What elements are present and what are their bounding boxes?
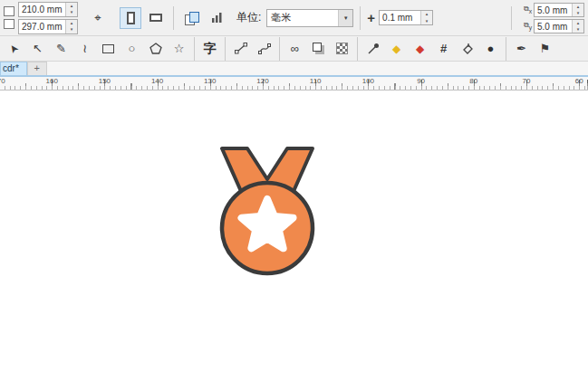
document-tab[interactable]: cdr*: [0, 62, 27, 75]
spin-up-icon[interactable]: ▴: [66, 3, 77, 10]
text-tool-icon: 字: [204, 41, 217, 57]
units-label: 单位:: [236, 10, 261, 25]
brush-tool-button[interactable]: ✎: [50, 38, 72, 60]
shape-tool-button[interactable]: ↖: [26, 38, 49, 60]
separator: [279, 37, 280, 61]
toolbox-bar: ➤ ↖ ✎ ≀ ○ ☆ 字 ∞ ◆ ◆ #: [0, 36, 588, 62]
crosshair-icon: ⌖: [94, 12, 101, 24]
page-width-spinner[interactable]: ▴▾: [65, 3, 77, 16]
duplicate-y-value[interactable]: 5.0 mm: [535, 20, 572, 33]
duplicate-y-icon: ⧉y: [517, 21, 532, 31]
ruler-label: 100: [362, 77, 374, 85]
artistic-media-tool-button[interactable]: ✒: [510, 38, 533, 60]
medal-artwork[interactable]: [207, 145, 327, 281]
text-tool-button[interactable]: 字: [198, 38, 221, 60]
spin-up-icon[interactable]: ▴: [66, 20, 77, 27]
horizontal-ruler[interactable]: 17016015014013012011010090807060: [0, 77, 588, 91]
outline-color-button[interactable]: ◆: [409, 38, 431, 60]
polygon-tool-button[interactable]: [144, 38, 167, 60]
page-height-icon: [4, 19, 14, 29]
eyedropper-icon: [367, 43, 380, 54]
page-width-icon: [4, 6, 14, 16]
ruler-label: 160: [46, 77, 58, 85]
graph-paper-icon: #: [440, 42, 447, 55]
page-size-presets-button[interactable]: ⌖: [87, 7, 109, 29]
ellipse-tool-icon: ○: [129, 43, 136, 54]
duplicate-x-spinner[interactable]: ▴▾: [572, 4, 583, 16]
separator: [357, 37, 358, 61]
separator: [225, 37, 226, 61]
duplicate-x-value[interactable]: 5.0 mm: [535, 4, 572, 16]
ruler-label: 120: [256, 77, 268, 85]
pick-tool-button[interactable]: ➤: [3, 38, 25, 60]
property-bar: 210.0 mm ▴▾ 297.0 mm ▴▾ ⌖ 单位: 毫米 ▼ + 0.1…: [0, 0, 588, 36]
current-page-icon: [211, 12, 223, 24]
spin-down-icon[interactable]: ▾: [66, 9, 77, 16]
common-shapes-tool-button[interactable]: ☆: [168, 38, 190, 60]
all-pages-button[interactable]: [180, 7, 202, 29]
nudge-offset-input[interactable]: 0.1 mm ▴▾: [379, 10, 433, 25]
duplicate-y-input[interactable]: 5.0 mm ▴▾: [534, 19, 584, 33]
ruler-label: 80: [469, 77, 477, 85]
units-dropdown[interactable]: 毫米 ▼: [266, 9, 353, 27]
ellipse-tool-button[interactable]: ○: [120, 38, 143, 60]
freehand-line-tool-button[interactable]: [229, 38, 252, 60]
document-tab-bar: cdr* +: [0, 62, 588, 77]
separator: [173, 6, 174, 30]
smart-fill-icon: ●: [487, 42, 495, 55]
drop-shadow-tool-button[interactable]: [307, 38, 330, 60]
spin-down-icon[interactable]: ▾: [573, 26, 583, 33]
transparency-tool-button[interactable]: [331, 38, 353, 60]
portrait-orientation-button[interactable]: [120, 7, 141, 29]
dropdown-arrow-icon[interactable]: ▼: [338, 10, 352, 26]
add-page-tab[interactable]: +: [27, 62, 47, 75]
ruler-label: 150: [99, 77, 111, 85]
spin-up-icon[interactable]: ▴: [421, 11, 432, 18]
bezier-tool-button[interactable]: [253, 38, 275, 60]
landscape-orientation-button[interactable]: [145, 7, 167, 29]
pick-tool-icon: ➤: [6, 41, 22, 55]
page-height-value[interactable]: 297.0 mm: [19, 20, 65, 33]
separator: [511, 6, 512, 30]
graph-paper-tool-button[interactable]: #: [432, 38, 455, 60]
fill-color-button[interactable]: ◆: [385, 38, 408, 60]
spin-down-icon[interactable]: ▾: [66, 26, 77, 33]
page-width-value[interactable]: 210.0 mm: [19, 3, 65, 16]
landscape-icon: [149, 14, 162, 22]
ruler-label: 60: [575, 77, 583, 85]
portrait-icon: [127, 12, 135, 24]
spin-down-icon[interactable]: ▾: [573, 10, 583, 16]
ruler-label: 70: [523, 77, 531, 85]
smudge-tool-icon: ≀: [82, 43, 87, 54]
drawing-canvas[interactable]: [0, 91, 588, 372]
nudge-offset-spinner[interactable]: ▴▾: [420, 11, 432, 24]
spin-up-icon[interactable]: ▴: [573, 20, 583, 26]
units-value: 毫米: [267, 11, 338, 24]
page-height-input[interactable]: 297.0 mm ▴▾: [18, 19, 78, 34]
duplicate-y-spinner[interactable]: ▴▾: [572, 20, 583, 33]
eyedropper-tool-button[interactable]: [361, 38, 384, 60]
freehand-line-icon: [235, 43, 247, 54]
separator: [360, 6, 361, 30]
smart-fill-tool-button[interactable]: ●: [479, 38, 502, 60]
rectangle-tool-button[interactable]: [97, 38, 120, 60]
flag-tool-button[interactable]: ⚑: [534, 38, 556, 60]
blend-tool-icon: ∞: [291, 43, 299, 54]
drop-shadow-icon: [313, 43, 322, 52]
duplicate-x-input[interactable]: 5.0 mm ▴▾: [534, 3, 584, 17]
transparency-icon: [336, 43, 348, 54]
separator: [194, 37, 195, 61]
page-width-input[interactable]: 210.0 mm ▴▾: [18, 2, 78, 17]
ruler-label: 90: [417, 77, 425, 85]
current-page-button[interactable]: [206, 7, 227, 29]
fill-tool-button[interactable]: [456, 38, 478, 60]
spin-down-icon[interactable]: ▾: [421, 18, 432, 25]
shape-tool-icon: ↖: [33, 43, 43, 54]
smudge-tool-button[interactable]: ≀: [73, 38, 96, 60]
ruler-label: 130: [204, 77, 216, 85]
page-height-spinner[interactable]: ▴▾: [65, 20, 77, 33]
spin-up-icon[interactable]: ▴: [573, 4, 583, 10]
pen-nib-icon: ✒: [516, 43, 526, 54]
blend-tool-button[interactable]: ∞: [284, 38, 306, 60]
nudge-offset-value[interactable]: 0.1 mm: [380, 11, 420, 24]
